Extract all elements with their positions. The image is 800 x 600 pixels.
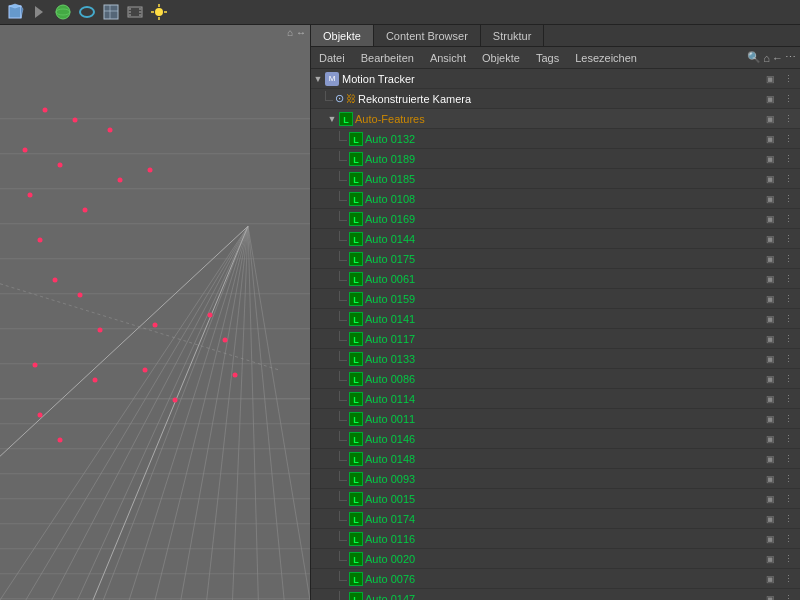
auto-check-icon[interactable]: ▣ [762,291,778,307]
auto-dots-icon[interactable]: ⋮ [780,531,796,547]
expand-icon[interactable]: ▼ [311,72,325,86]
tab-content-browser[interactable]: Content Browser [374,25,481,46]
auto-dots-icon[interactable]: ⋮ [780,451,796,467]
auto-check-icon[interactable]: ▣ [762,171,778,187]
tree-row-auto0114[interactable]: L Auto 0114 ▣ ⋮ [311,389,800,409]
arrow-icon[interactable] [28,1,50,23]
film-icon[interactable] [124,1,146,23]
tree-row-auto0169[interactable]: L Auto 0169 ▣ ⋮ [311,209,800,229]
auto-dots-icon[interactable]: ⋮ [780,291,796,307]
camera-check-icon[interactable]: ▣ [762,91,778,107]
auto-check-icon[interactable]: ▣ [762,451,778,467]
auto-dots-icon[interactable]: ⋮ [780,591,796,601]
back-icon[interactable]: ← [772,52,783,64]
auto-dots-icon[interactable]: ⋮ [780,151,796,167]
menu-objekte[interactable]: Objekte [478,50,524,66]
cube-icon[interactable] [4,1,26,23]
auto-check-icon[interactable]: ▣ [762,491,778,507]
auto-dots-icon[interactable]: ⋮ [780,571,796,587]
object-tree[interactable]: ▼ M Motion Tracker ▣ ⋮ ⊙ ⛓ Rekonstruiert… [311,69,800,600]
auto-check-icon[interactable]: ▣ [762,411,778,427]
more-icon[interactable]: ⋯ [785,51,796,64]
tree-row-auto0015[interactable]: L Auto 0015 ▣ ⋮ [311,489,800,509]
tree-row-auto0141[interactable]: L Auto 0141 ▣ ⋮ [311,309,800,329]
tab-struktur[interactable]: Struktur [481,25,545,46]
expand-auto-features-icon[interactable]: ▼ [325,112,339,126]
auto-check-icon[interactable]: ▣ [762,591,778,601]
auto-dots-icon[interactable]: ⋮ [780,471,796,487]
home-icon[interactable]: ⌂ [763,52,770,64]
auto-check-icon[interactable]: ▣ [762,151,778,167]
auto-check-icon[interactable]: ▣ [762,351,778,367]
tree-row-auto0076[interactable]: L Auto 0076 ▣ ⋮ [311,569,800,589]
tree-row-auto0146[interactable]: L Auto 0146 ▣ ⋮ [311,429,800,449]
auto-dots-icon[interactable]: ⋮ [780,191,796,207]
auto-dots-icon[interactable]: ⋮ [780,351,796,367]
auto-check-icon[interactable]: ▣ [762,391,778,407]
auto-check-icon[interactable]: ▣ [762,531,778,547]
auto-check-icon[interactable]: ▣ [762,571,778,587]
tree-row-auto0086[interactable]: L Auto 0086 ▣ ⋮ [311,369,800,389]
tree-row-auto0116[interactable]: L Auto 0116 ▣ ⋮ [311,529,800,549]
auto-check-icon[interactable]: ▣ [762,271,778,287]
search-icon[interactable]: 🔍 [747,51,761,64]
tree-row-auto0185[interactable]: L Auto 0185 ▣ ⋮ [311,169,800,189]
tree-row-auto0159[interactable]: L Auto 0159 ▣ ⋮ [311,289,800,309]
auto-check-icon[interactable]: ▣ [762,471,778,487]
auto-dots-icon[interactable]: ⋮ [780,391,796,407]
auto-dots-icon[interactable]: ⋮ [780,411,796,427]
auto-dots-icon[interactable]: ⋮ [780,311,796,327]
row-dots-icon[interactable]: ⋮ [780,71,796,87]
menu-datei[interactable]: Datei [315,50,349,66]
auto-dots-icon[interactable]: ⋮ [780,211,796,227]
viewport[interactable]: ⌂ ↔ [0,25,310,600]
tree-row-auto0144[interactable]: L Auto 0144 ▣ ⋮ [311,229,800,249]
auto-dots-icon[interactable]: ⋮ [780,171,796,187]
grid-icon[interactable] [100,1,122,23]
auto-check-icon[interactable]: ▣ [762,431,778,447]
auto-check-icon[interactable]: ▣ [762,251,778,267]
tree-row-auto0175[interactable]: L Auto 0175 ▣ ⋮ [311,249,800,269]
auto-dots-icon[interactable]: ⋮ [780,331,796,347]
tree-row-motion-tracker[interactable]: ▼ M Motion Tracker ▣ ⋮ [311,69,800,89]
auto-dots-icon[interactable]: ⋮ [780,131,796,147]
torus-icon[interactable] [76,1,98,23]
tree-row-auto0132[interactable]: L Auto 0132 ▣ ⋮ [311,129,800,149]
tab-objekte[interactable]: Objekte [311,25,374,46]
tree-row-auto0011[interactable]: L Auto 0011 ▣ ⋮ [311,409,800,429]
auto-check-icon[interactable]: ▣ [762,211,778,227]
tree-row-auto0108[interactable]: L Auto 0108 ▣ ⋮ [311,189,800,209]
auto-dots-icon[interactable]: ⋮ [780,551,796,567]
auto-check-icon[interactable]: ▣ [762,551,778,567]
af-check-icon[interactable]: ▣ [762,111,778,127]
menu-lesezeichen[interactable]: Lesezeichen [571,50,641,66]
auto-dots-icon[interactable]: ⋮ [780,491,796,507]
auto-dots-icon[interactable]: ⋮ [780,511,796,527]
auto-check-icon[interactable]: ▣ [762,511,778,527]
auto-check-icon[interactable]: ▣ [762,231,778,247]
menu-tags[interactable]: Tags [532,50,563,66]
tree-row-auto0147[interactable]: L Auto 0147 ▣ ⋮ [311,589,800,600]
auto-check-icon[interactable]: ▣ [762,331,778,347]
auto-check-icon[interactable]: ▣ [762,131,778,147]
tree-row-auto0133[interactable]: L Auto 0133 ▣ ⋮ [311,349,800,369]
sphere-icon[interactable] [52,1,74,23]
tree-row-auto0061[interactable]: L Auto 0061 ▣ ⋮ [311,269,800,289]
tree-row-auto0093[interactable]: L Auto 0093 ▣ ⋮ [311,469,800,489]
camera-dots-icon[interactable]: ⋮ [780,91,796,107]
auto-dots-icon[interactable]: ⋮ [780,271,796,287]
auto-dots-icon[interactable]: ⋮ [780,371,796,387]
tree-row-auto-features[interactable]: ▼ L Auto-Features ▣ ⋮ [311,109,800,129]
auto-check-icon[interactable]: ▣ [762,191,778,207]
tree-row-auto0189[interactable]: L Auto 0189 ▣ ⋮ [311,149,800,169]
auto-check-icon[interactable]: ▣ [762,371,778,387]
tree-row-auto0148[interactable]: L Auto 0148 ▣ ⋮ [311,449,800,469]
tree-row-auto0117[interactable]: L Auto 0117 ▣ ⋮ [311,329,800,349]
menu-bearbeiten[interactable]: Bearbeiten [357,50,418,66]
auto-dots-icon[interactable]: ⋮ [780,431,796,447]
auto-check-icon[interactable]: ▣ [762,311,778,327]
tree-row-camera[interactable]: ⊙ ⛓ Rekonstruierte Kamera ▣ ⋮ [311,89,800,109]
menu-ansicht[interactable]: Ansicht [426,50,470,66]
tree-row-auto0020[interactable]: L Auto 0020 ▣ ⋮ [311,549,800,569]
auto-dots-icon[interactable]: ⋮ [780,231,796,247]
